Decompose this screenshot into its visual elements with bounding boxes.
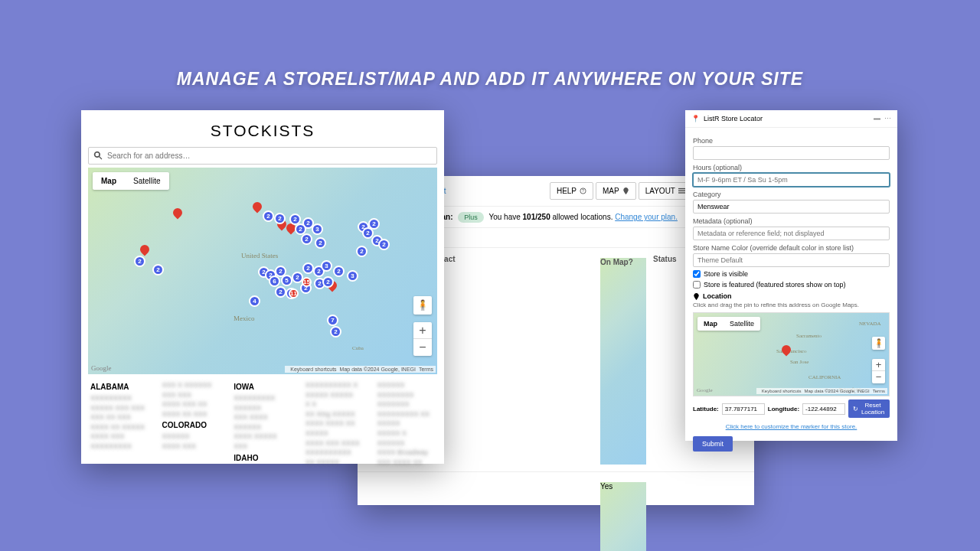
lat-label: Latitude: bbox=[693, 406, 719, 412]
zoom-out-button[interactable]: − bbox=[413, 339, 432, 356]
location-heading: Location bbox=[703, 292, 732, 300]
label-metadata: Metadata (optional) bbox=[693, 217, 890, 225]
featured-checkbox[interactable] bbox=[693, 281, 701, 289]
cluster-pin[interactable]: 2 bbox=[301, 233, 312, 245]
minimize-icon[interactable] bbox=[874, 116, 880, 122]
search-icon bbox=[93, 151, 103, 161]
svg-rect-2 bbox=[678, 188, 685, 189]
latitude-field[interactable] bbox=[722, 403, 765, 415]
reset-location-button[interactable]: ↻Reset Location bbox=[848, 399, 890, 418]
cluster-pin[interactable]: 15 bbox=[302, 277, 312, 287]
category-field[interactable] bbox=[693, 200, 890, 214]
cluster-pin[interactable]: 3 bbox=[347, 270, 358, 282]
stockists-panel: STOCKISTS MapSatellite United States Mex… bbox=[81, 110, 444, 464]
list-item: XXXXXXXXX XXXXX XXX XXX XXX XX XXX XXXX … bbox=[90, 393, 149, 432]
main-map[interactable]: MapSatellite United States Mexico Cuba 2… bbox=[88, 168, 437, 374]
hours-field[interactable] bbox=[693, 173, 890, 187]
list-item: XXXX XXXXXXXXXXXX bbox=[90, 432, 149, 451]
search-input[interactable] bbox=[107, 149, 432, 162]
panel-header: 📍 ListR Store Locator ⋯ bbox=[685, 110, 897, 128]
cluster-pin[interactable]: 2 bbox=[356, 246, 368, 257]
help-button[interactable]: HELP? bbox=[550, 182, 593, 200]
change-plan-link[interactable]: Change your plan. bbox=[615, 213, 678, 221]
label-category: Category bbox=[693, 191, 890, 198]
map-type-toggle[interactable]: MapSatellite bbox=[697, 317, 760, 331]
list-item: XXX X XXXXXXXXX XXXXXXX XXX XXXXXX XX XX… bbox=[162, 380, 220, 419]
satellite-tab[interactable]: Satellite bbox=[125, 172, 169, 190]
google-logo: Google bbox=[697, 387, 713, 393]
submit-button[interactable]: Submit bbox=[693, 436, 733, 452]
location-hint: Click and drag the pin to refine this ad… bbox=[693, 302, 890, 308]
cluster-pin[interactable]: 2 bbox=[333, 266, 345, 277]
map-tab[interactable]: Map bbox=[697, 317, 724, 331]
state-heading: IOWA bbox=[234, 383, 292, 391]
page-title: STOCKISTS bbox=[81, 110, 444, 147]
pegman-icon[interactable]: 🧍 bbox=[872, 337, 885, 350]
region-label: NEVADA bbox=[859, 321, 881, 327]
list-item: XXXXXXXXXXXX XXXXX bbox=[305, 448, 364, 467]
onmap-cell: Yes bbox=[600, 482, 646, 551]
customize-marker-link[interactable]: Click here to customize the marker for t… bbox=[726, 423, 858, 430]
region-label: United States bbox=[241, 252, 278, 259]
satellite-tab[interactable]: Satellite bbox=[724, 317, 760, 331]
region-label: San Jose bbox=[790, 359, 808, 365]
search-input-wrapper[interactable] bbox=[88, 147, 437, 165]
visible-checkbox-label: Store is visible bbox=[704, 270, 748, 278]
state-heading: COLORADO bbox=[162, 421, 220, 429]
metadata-field[interactable] bbox=[693, 227, 890, 240]
cluster-pin[interactable]: 2 bbox=[152, 264, 164, 276]
label-hours: Hours (optional) bbox=[693, 164, 890, 171]
list-item: XXXXXXXXXX XXX bbox=[162, 432, 220, 451]
cluster-pin[interactable]: 6 bbox=[269, 276, 280, 287]
svg-rect-4 bbox=[678, 192, 685, 193]
table-row[interactable]: ⊞XXX Cloverdale Road, Ste XXMontgomery, … bbox=[358, 472, 754, 551]
zoom-out-button[interactable]: − bbox=[872, 371, 885, 383]
region-label: CALIFORNIA bbox=[808, 374, 841, 380]
pin-icon bbox=[622, 187, 629, 194]
cluster-pin[interactable]: 2 bbox=[330, 326, 341, 337]
cluster-pin[interactable]: 2 bbox=[274, 213, 286, 224]
mini-map[interactable]: MapSatellite San Francisco San Jose Sacr… bbox=[693, 312, 890, 396]
cluster-pin[interactable]: 2 bbox=[368, 218, 380, 230]
cluster-pin[interactable]: 2 bbox=[378, 239, 390, 250]
cluster-pin[interactable]: 7 bbox=[327, 315, 338, 326]
menu-icon bbox=[678, 187, 685, 194]
header-onmap: On Map? bbox=[600, 258, 646, 465]
list-item: XXXXX XXXXXXXXXXX BroadwayXXX XXXX XX bbox=[377, 429, 435, 467]
more-icon[interactable]: ⋯ bbox=[884, 115, 891, 122]
label-phone: Phone bbox=[693, 137, 890, 145]
list-item: XXXXXXXXXX XXXXXX XXXXXX XXX Xing XXXXXX… bbox=[305, 380, 364, 448]
store-lists: ALABAMA XXXXXXXXX XXXXX XXX XXX XXX XX X… bbox=[81, 374, 444, 473]
longitude-field[interactable] bbox=[802, 403, 845, 415]
pegman-icon[interactable]: 🧍 bbox=[413, 296, 432, 315]
cluster-pin[interactable]: 3 bbox=[321, 260, 332, 272]
map-marker[interactable] bbox=[173, 208, 182, 222]
lng-label: Longitude: bbox=[768, 406, 799, 412]
cluster-pin[interactable]: 11 bbox=[289, 289, 299, 298]
map-marker[interactable] bbox=[253, 202, 262, 216]
cluster-pin[interactable]: 5 bbox=[281, 275, 292, 286]
state-heading: IDAHO bbox=[234, 454, 292, 462]
region-label: Mexico bbox=[234, 315, 255, 322]
zoom-in-button[interactable]: + bbox=[872, 359, 885, 371]
pin-icon bbox=[693, 293, 700, 300]
color-field[interactable] bbox=[693, 253, 890, 267]
map-tab[interactable]: Map bbox=[93, 172, 125, 190]
map-type-toggle[interactable]: MapSatellite bbox=[93, 172, 169, 190]
zoom-in-button[interactable]: + bbox=[413, 322, 432, 339]
region-label: Cuba bbox=[352, 345, 364, 351]
cluster-pin[interactable]: 2 bbox=[275, 286, 286, 298]
layout-button[interactable]: LAYOUT bbox=[639, 182, 692, 200]
phone-field[interactable] bbox=[693, 146, 890, 160]
cluster-pin[interactable]: 2 bbox=[322, 276, 334, 288]
map-attribution: Keyboard shortcutsMap data ©2024 Google,… bbox=[285, 366, 436, 373]
cluster-pin[interactable]: 2 bbox=[134, 256, 145, 267]
visible-checkbox[interactable] bbox=[693, 270, 701, 278]
cluster-pin[interactable]: 2 bbox=[315, 237, 326, 249]
cluster-pin[interactable]: 4 bbox=[249, 295, 260, 307]
cluster-pin[interactable]: 2 bbox=[263, 210, 274, 222]
map-button[interactable]: MAP bbox=[596, 182, 636, 200]
draggable-pin[interactable] bbox=[782, 345, 791, 359]
cluster-pin[interactable]: 2 bbox=[302, 262, 314, 274]
cluster-pin[interactable]: 3 bbox=[312, 223, 323, 235]
